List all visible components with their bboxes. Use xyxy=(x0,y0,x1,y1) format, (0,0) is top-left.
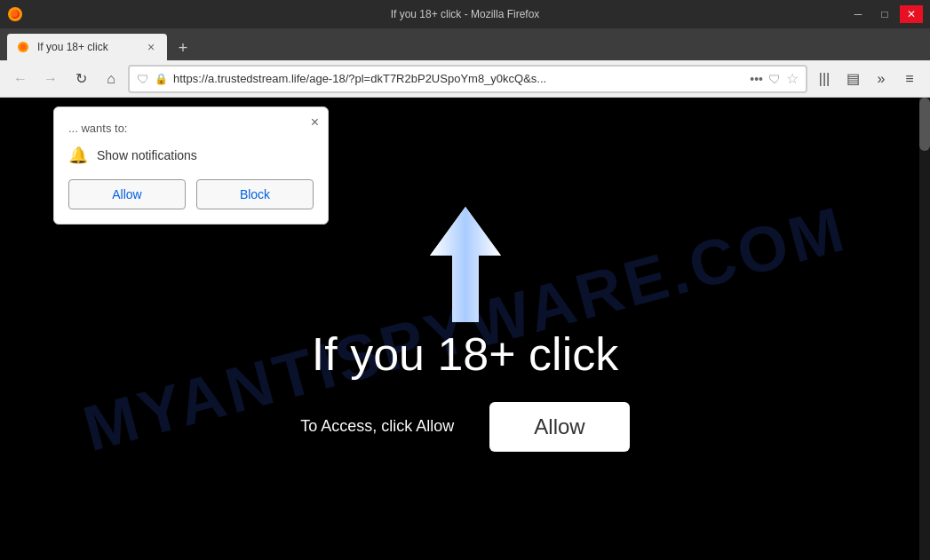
window-title: If you 18+ click - Mozilla Firefox xyxy=(391,8,540,20)
back-button[interactable]: ← xyxy=(7,66,34,92)
nav-bar: ← → ↻ ⌂ 🛡 🔒 https://a.trustedstream.life… xyxy=(0,60,930,98)
menu-button[interactable]: ≡ xyxy=(896,66,923,92)
lock-icon: 🔒 xyxy=(155,73,168,85)
popup-allow-button[interactable]: Allow xyxy=(68,179,186,209)
more-info-icon[interactable]: ••• xyxy=(750,72,763,86)
shield-check-icon: 🛡 xyxy=(768,72,781,86)
sidebar-button[interactable]: ▤ xyxy=(839,66,866,92)
notification-popup: × ... wants to: 🔔 Show notifications All… xyxy=(53,106,329,225)
tab-favicon-icon xyxy=(16,40,30,54)
url-text: https://a.trustedstream.life/age-18/?pl=… xyxy=(173,72,744,85)
close-button[interactable]: ✕ xyxy=(900,5,923,23)
scrollbar-thumb[interactable] xyxy=(919,98,930,151)
maximize-button[interactable]: □ xyxy=(873,5,896,23)
tab-bar: If you 18+ click × + xyxy=(0,28,930,60)
address-bar[interactable]: 🛡 🔒 https://a.trustedstream.life/age-18/… xyxy=(128,65,807,93)
more-tools-button[interactable]: » xyxy=(868,66,894,92)
title-bar: If you 18+ click - Mozilla Firefox ─ □ ✕ xyxy=(0,0,930,28)
bookmark-star-icon[interactable]: ☆ xyxy=(786,70,799,87)
svg-point-3 xyxy=(20,44,27,51)
firefox-logo-icon xyxy=(7,6,23,22)
content-area: MYANTISPYWARE.COM If you 18+ clickTo Acc… xyxy=(0,98,930,560)
home-button[interactable]: ⌂ xyxy=(98,66,124,92)
shield-icon: 🛡 xyxy=(137,72,149,86)
popup-close-button[interactable]: × xyxy=(311,114,319,130)
main-heading: If you 18+ click xyxy=(312,327,618,381)
toolbar-extras: ||| ▤ » ≡ xyxy=(811,66,923,92)
scrollbar-track xyxy=(919,98,930,560)
forward-button[interactable]: → xyxy=(37,66,64,92)
arrow-up-icon xyxy=(430,207,501,313)
new-tab-button[interactable]: + xyxy=(171,35,195,60)
tab-close-button[interactable]: × xyxy=(144,40,158,54)
permission-label: Show notifications xyxy=(97,148,197,162)
permission-row: 🔔 Show notifications xyxy=(68,146,314,165)
allow-main-button[interactable]: Allow xyxy=(489,402,629,452)
popup-wants-to-text: ... wants to: xyxy=(68,122,314,135)
sub-text: To Access, click Allow xyxy=(300,417,454,436)
minimize-button[interactable]: ─ xyxy=(847,5,870,23)
active-tab[interactable]: If you 18+ click × xyxy=(7,34,167,60)
popup-buttons: Allow Block xyxy=(68,179,314,209)
library-button[interactable]: ||| xyxy=(811,66,838,92)
svg-marker-5 xyxy=(430,207,501,322)
reload-button[interactable]: ↻ xyxy=(68,66,94,92)
tab-label: If you 18+ click xyxy=(37,41,137,53)
bell-icon: 🔔 xyxy=(68,146,88,165)
popup-block-button[interactable]: Block xyxy=(196,179,314,209)
